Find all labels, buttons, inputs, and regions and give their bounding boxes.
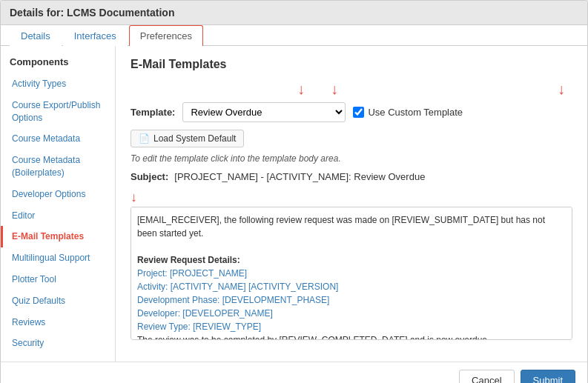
tabs-bar: Details Interfaces Preferences xyxy=(1,25,587,46)
cancel-button[interactable]: Cancel xyxy=(459,370,514,383)
sidebar-item-course-metadata[interactable]: Course Metadata xyxy=(1,128,115,150)
use-custom-label[interactable]: Use Custom Template xyxy=(353,107,463,118)
body-arrow-row: ↓ xyxy=(131,190,572,205)
sidebar-item-security[interactable]: Security xyxy=(1,333,115,354)
body-section-title: Review Request Details: xyxy=(137,253,566,267)
sidebar: Components Activity Types Course Export/… xyxy=(1,46,116,362)
sidebar-title: Components xyxy=(1,53,115,73)
template-body[interactable]: [EMAIL_RECEIVER], the following review r… xyxy=(131,207,572,340)
main-content: E-Mail Templates ↓ ↓ ↓ Template: Review … xyxy=(116,46,587,362)
arrow-select-icon: ↓ xyxy=(297,81,305,96)
use-custom-checkbox[interactable] xyxy=(353,107,364,118)
sidebar-item-course-export[interactable]: Course Export/Publish Options xyxy=(1,95,115,129)
tab-interfaces[interactable]: Interfaces xyxy=(63,25,128,46)
dialog-container: Details for: LCMS Documentation Details … xyxy=(0,0,588,383)
body-line1: [EMAIL_RECEIVER], the following review r… xyxy=(137,213,566,240)
dialog-header: Details for: LCMS Documentation xyxy=(1,1,587,25)
use-custom-text: Use Custom Template xyxy=(368,107,463,118)
template-row: Template: Review Overdue Option 2 Use Cu… xyxy=(131,102,572,147)
subject-value: [PROJECT_NAME] - [ACTIVITY_NAME]: Review… xyxy=(174,171,425,182)
arrows-annotation-row: ↓ ↓ ↓ xyxy=(182,81,572,102)
body-dev-phase: Development Phase: [DEVELOPMENT_PHASE] xyxy=(137,293,566,307)
arrow-load-icon: ↓ xyxy=(558,81,565,96)
dialog-title: Details for: LCMS Documentation xyxy=(10,7,174,19)
arrow-checkbox-icon: ↓ xyxy=(331,81,338,96)
section-title: E-Mail Templates xyxy=(131,58,572,71)
subject-row: Subject: [PROJECT_NAME] - [ACTIVITY_NAME… xyxy=(131,171,572,182)
body-completed: The review was to be completed by [REVIE… xyxy=(137,333,566,340)
template-select[interactable]: Review Overdue Option 2 xyxy=(182,102,346,122)
hint-text: To edit the template click into the temp… xyxy=(131,153,572,164)
submit-button[interactable]: Submit xyxy=(521,370,575,383)
body-activity: Activity: [ACTIVITY_NAME] [ACTIVITY_VERS… xyxy=(137,280,566,293)
content-area: Components Activity Types Course Export/… xyxy=(1,46,587,362)
sidebar-item-course-metadata-boilerplates[interactable]: Course Metadata (Boilerplates) xyxy=(1,150,115,184)
sidebar-item-email-templates[interactable]: E-Mail Templates xyxy=(1,226,115,247)
sidebar-item-developer-options[interactable]: Developer Options xyxy=(1,184,115,205)
sidebar-item-activity-types[interactable]: Activity Types xyxy=(1,73,115,95)
sidebar-item-multilingual-support[interactable]: Multilingual Support xyxy=(1,247,115,269)
load-system-default-button[interactable]: 📄 Load System Default xyxy=(131,130,244,147)
body-review-type: Review Type: [REVIEW_TYPE] xyxy=(137,320,566,333)
tab-preferences[interactable]: Preferences xyxy=(129,25,203,46)
sidebar-item-reviews[interactable]: Reviews xyxy=(1,312,115,333)
sidebar-item-quiz-defaults[interactable]: Quiz Defaults xyxy=(1,290,115,312)
sidebar-item-plotter-tool[interactable]: Plotter Tool xyxy=(1,269,115,290)
dialog-footer: Cancel Submit xyxy=(1,362,587,383)
file-icon: 📄 xyxy=(139,133,150,144)
body-project: Project: [PROJECT_NAME] xyxy=(137,267,566,280)
body-developer: Developer: [DEVELOPER_NAME] xyxy=(137,307,566,320)
load-btn-label: Load System Default xyxy=(153,133,236,144)
subject-label: Subject: xyxy=(131,171,168,182)
template-label: Template: xyxy=(131,107,175,118)
arrow-body-icon: ↓ xyxy=(131,190,137,205)
sidebar-item-editor[interactable]: Editor xyxy=(1,205,115,227)
tab-details[interactable]: Details xyxy=(10,25,62,46)
